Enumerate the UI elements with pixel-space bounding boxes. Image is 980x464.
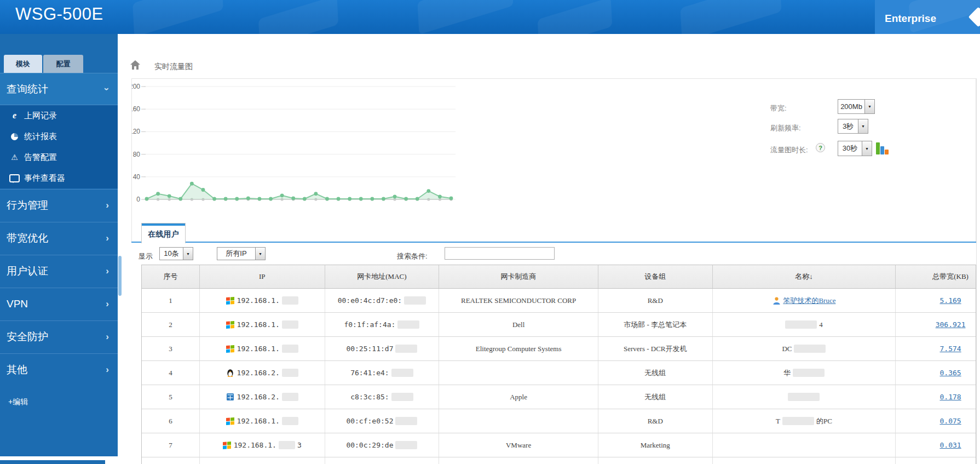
column-header-3[interactable]: 网卡制造商 [439,265,598,288]
cell-vendor [439,361,598,385]
cell-ip: 192.168.2. [200,385,325,409]
edition-panel: Enterprise [875,0,980,34]
redacted-blur [391,369,413,377]
bandwidth-link[interactable]: 0.178 [940,393,961,401]
column-header-6[interactable]: 总带宽(KB) [896,265,976,288]
chart-type-icon[interactable] [876,141,890,154]
user-name-text: DC [782,345,792,353]
ip-text: 192.168.1. [237,417,280,425]
bandwidth-value: 200Mb [838,100,864,113]
dropdown-arrow-icon[interactable] [255,248,265,260]
redacted-blur [788,393,820,401]
cell-bandwidth: 7.574 [896,337,976,360]
dropdown-arrow-icon[interactable] [183,248,193,260]
bandwidth-label: 带宽: [770,104,787,113]
sidebar-edit-link[interactable]: +编辑 [8,397,28,407]
cell-ip: 192.168.1. [200,409,325,433]
dropdown-arrow-icon[interactable] [864,100,874,113]
windows-icon [226,296,235,305]
show-label: 显示 [139,251,153,261]
cell-ip: 192.168.1. [200,313,325,336]
sidebar-section-label: 用户认证 [0,265,48,277]
bandwidth-link[interactable]: 0.365 [940,369,961,377]
sidebar-item-0[interactable]: e上网记录 [0,105,118,126]
user-icon [772,296,781,305]
bandwidth-link[interactable]: 7.574 [940,345,961,353]
bandwidth-link[interactable]: 306.921 [936,320,966,329]
cell-name: 华 [713,361,896,385]
sidebar-section-1[interactable]: 带宽优化› [0,222,118,255]
sidebar-scrollbar-track[interactable] [118,34,122,464]
sidebar-section-2[interactable]: 用户认证› [0,255,118,288]
page-size-select[interactable]: 10条 [159,247,193,260]
search-input[interactable] [445,247,555,260]
bandwidth-link[interactable]: 0.075 [940,417,961,425]
bandwidth-select[interactable]: 200Mb [838,99,875,114]
user-name-link[interactable]: 笨驴技术的Bruce [783,296,835,306]
sidebar-section-3[interactable]: VPN› [0,288,118,320]
column-header-label: 总带宽(KB) [932,272,969,282]
legacy-windows-icon [226,393,235,401]
cell-index: 6 [142,409,200,433]
keyboard-texture [417,0,513,34]
dropdown-arrow-icon[interactable] [858,119,868,133]
cell-mac: 76:41:e4: [325,361,440,385]
chart-duration-value: 30秒 [838,141,862,156]
refresh-rate-value: 3秒 [838,119,858,133]
keyboard-texture [681,0,782,34]
ip-filter-select[interactable]: 所有IP [217,247,266,260]
table-row: 7192.168.1.300:0c:29:deVMwareMarketing0.… [142,433,976,457]
cell-device-group: R&D [598,289,713,312]
home-icon[interactable] [130,60,140,70]
table-row: 5192.168.2.c8:3c:85:Apple无线组0.178 [142,385,976,409]
cell-vendor: Dell [439,313,598,336]
cell-device-group: R&D [598,409,713,433]
tab-online-users[interactable]: 在线用户 [141,223,186,243]
sidebar-section-label: VPN [0,298,28,310]
column-header-1[interactable]: IP [200,265,325,288]
events-icon [9,174,20,182]
sidebar-item-2[interactable]: ⚠告警配置 [0,147,118,168]
chevron-right-icon: › [106,255,109,287]
refresh-rate-select[interactable]: 3秒 [838,119,868,134]
sidebar-section-query-stats[interactable]: 查询统计 › [0,73,118,105]
chevron-right-icon: › [106,190,109,221]
top-header: WSG-500E Enterprise [0,0,980,34]
column-header-label: IP [259,272,266,281]
keyboard-texture [132,0,223,34]
bandwidth-link[interactable]: 5.169 [940,296,961,305]
redacted-blur [282,369,298,377]
column-header-0[interactable]: 序号 [142,265,200,288]
dropdown-arrow-icon[interactable] [862,141,872,156]
redacted-blur [282,417,298,425]
tab-online-users-label: 在线用户 [142,226,185,242]
redacted-blur [395,417,417,425]
user-name-text: 华 [783,368,791,378]
cell-index: 8 [142,457,200,464]
sidebar-item-3[interactable]: 事件查看器 [0,168,118,188]
help-icon[interactable]: ? [816,143,825,152]
sidebar-tab-config[interactable]: 配置 [43,55,83,73]
sidebar-section-0[interactable]: 行为管理› [0,189,118,222]
column-header-4[interactable]: 设备组 [598,265,713,288]
mac-text: 00:0c:29:de [346,441,393,449]
y-axis-tick-label: 160 [132,105,140,113]
column-header-5[interactable]: 名称↓ [713,265,896,288]
sidebar-scrollbar-thumb[interactable] [118,256,122,296]
realtime-traffic-chart: 04080120160200 [132,79,460,216]
sidebar-tab-modules[interactable]: 模块 [4,55,42,73]
sidebar-section-4[interactable]: 安全防护› [0,320,118,353]
cell-ip: 192.168.1. [200,289,325,312]
sidebar-section-5[interactable]: 其他› [0,353,118,386]
cell-name [713,385,896,409]
cell-index: 1 [142,289,200,312]
column-header-2[interactable]: 网卡地址(MAC) [325,265,440,288]
chart-duration-select[interactable]: 30秒 [838,141,872,156]
bandwidth-link[interactable]: 0.031 [940,441,961,449]
windows-icon [226,345,235,353]
sidebar-item-1[interactable]: 统计报表 [0,126,118,147]
ip-filter-value: 所有IP [217,248,255,260]
breadcrumb: 实时流量图 [154,62,193,72]
cell-ip: 192.168.1. [200,337,325,360]
mac-text: 76:41:e4: [350,369,389,377]
